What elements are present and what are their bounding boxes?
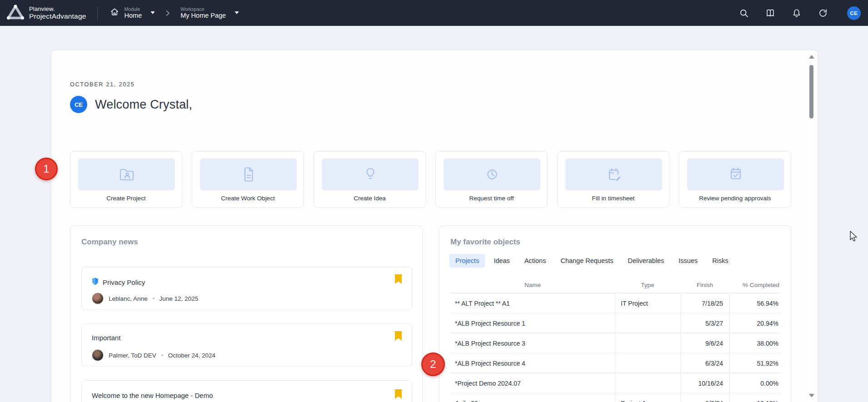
- cell-finish: 10/16/24: [680, 373, 729, 393]
- welcome-header: CE Welcome Crystal,: [70, 96, 192, 113]
- topbar-divider: [97, 7, 98, 20]
- news-item[interactable]: Privacy Policy Leblanc, Anne June 12, 20…: [81, 267, 412, 310]
- scrollbar-thumb[interactable]: [809, 65, 813, 119]
- news-item-title: Welcome to the new Homepage - Demo: [92, 392, 213, 399]
- cell-type: [615, 353, 680, 373]
- clock-icon: [444, 159, 540, 190]
- cell-type: [615, 373, 680, 393]
- column-header-finish[interactable]: Finish: [680, 282, 729, 288]
- cell-completed: 56.94%: [729, 293, 781, 313]
- fill-in-timesheet-card[interactable]: Fill in timesheet: [557, 151, 669, 208]
- quick-actions-row: Create Project Create Work Object Create…: [70, 151, 791, 208]
- news-item-title: Important: [92, 334, 120, 342]
- brand-logo[interactable]: Planview. ProjectAdvantage: [6, 4, 86, 22]
- favorites-table: Name Type Finish % Completed ** ALT Proj…: [450, 277, 781, 402]
- breadcrumb-workspace[interactable]: Workspace My Home Page: [180, 6, 239, 20]
- breadcrumb-separator-icon: [164, 10, 171, 17]
- news-item[interactable]: Welcome to the new Homepage - Demo: [81, 380, 412, 402]
- tab-risks[interactable]: Risks: [706, 254, 734, 268]
- cell-name[interactable]: ** ALT Project ** A1: [450, 300, 615, 307]
- cell-name[interactable]: Agile 02: [450, 400, 615, 402]
- scroll-up-icon[interactable]: [809, 55, 814, 59]
- lightbulb-icon: [322, 159, 419, 190]
- tab-ideas[interactable]: Ideas: [488, 254, 515, 268]
- home-icon: [110, 7, 120, 19]
- tab-projects[interactable]: Projects: [449, 254, 485, 268]
- chevron-down-icon[interactable]: [234, 11, 239, 14]
- cell-type: Project 1: [615, 393, 680, 402]
- bookmark-icon[interactable]: [395, 331, 402, 342]
- table-header-row: Name Type Finish % Completed: [450, 277, 781, 293]
- scroll-down-icon[interactable]: [809, 394, 814, 397]
- tab-issues[interactable]: Issues: [673, 254, 703, 268]
- cell-type: [615, 313, 680, 333]
- breadcrumb-module[interactable]: Module Home: [110, 6, 155, 20]
- cell-name[interactable]: *ALB Project Resource 1: [450, 320, 615, 327]
- chevron-down-icon[interactable]: [150, 11, 155, 14]
- favorites-title: My favorite objects: [450, 238, 520, 247]
- tab-deliverables[interactable]: Deliverables: [622, 254, 670, 268]
- column-header-type[interactable]: Type: [615, 282, 680, 288]
- news-item[interactable]: Important Palmer, ToD DEV October 24, 20…: [81, 323, 412, 367]
- module-label: Module: [125, 6, 142, 12]
- create-idea-card[interactable]: Create Idea: [314, 151, 426, 208]
- news-author[interactable]: Leblanc, Anne: [109, 295, 148, 302]
- brand-name: Planview. ProjectAdvantage: [29, 6, 86, 20]
- cell-name[interactable]: *ALB Project Resource 4: [450, 360, 615, 367]
- review-pending-approvals-card[interactable]: Review pending approvals: [679, 151, 791, 208]
- notifications-bell-icon[interactable]: [792, 8, 802, 18]
- create-project-card[interactable]: Create Project: [70, 151, 182, 208]
- page-title: Welcome Crystal,: [95, 98, 192, 112]
- meta-separator-dot: [153, 298, 155, 299]
- cell-finish: 7/18/25: [680, 293, 729, 313]
- bookmark-icon[interactable]: [395, 389, 402, 401]
- create-work-object-card[interactable]: Create Work Object: [192, 151, 304, 208]
- bookmark-icon[interactable]: [395, 274, 402, 286]
- cell-type: IT Project: [615, 293, 680, 313]
- tab-actions[interactable]: Actions: [519, 254, 552, 268]
- request-time-off-card[interactable]: Request time off: [435, 151, 548, 208]
- refresh-icon[interactable]: [818, 8, 828, 18]
- user-avatar[interactable]: CE: [70, 96, 87, 113]
- action-label: Request time off: [436, 195, 547, 202]
- cell-completed: 51.92%: [729, 353, 781, 373]
- shield-icon: [92, 277, 99, 287]
- document-icon: [200, 159, 297, 190]
- action-label: Create Project: [70, 195, 182, 202]
- calendar-check-icon: [687, 159, 784, 190]
- cell-finish: 6/3/24: [680, 353, 729, 373]
- cell-finish: 8/2/24: [680, 393, 729, 402]
- module-value: Home: [125, 12, 142, 20]
- author-avatar: [92, 293, 104, 304]
- cell-name[interactable]: *Project Demo 2024.07: [450, 380, 615, 387]
- action-label: Create Idea: [314, 195, 425, 202]
- table-row[interactable]: ** ALT Project ** A1 IT Project 7/18/25 …: [450, 293, 781, 313]
- news-date: October 24, 2024: [168, 352, 215, 359]
- cell-completed: 0.00%: [729, 373, 781, 393]
- cell-finish: 9/6/24: [680, 333, 729, 353]
- mouse-cursor-icon: [847, 230, 859, 245]
- cell-finish: 5/3/27: [680, 313, 729, 333]
- page-scrollbar[interactable]: [808, 53, 814, 402]
- table-row[interactable]: *ALB Project Resource 4 6/3/24 51.92%: [450, 353, 781, 373]
- action-label: Create Work Object: [192, 195, 304, 202]
- table-row[interactable]: *ALB Project Resource 1 5/3/27 20.94%: [450, 313, 781, 333]
- annotation-badge-2: 2: [421, 352, 445, 376]
- favorite-objects-panel: My favorite objects Projects Ideas Actio…: [439, 225, 791, 402]
- search-icon[interactable]: [739, 8, 749, 18]
- cell-type: [615, 333, 680, 353]
- cell-completed: 20.94%: [729, 313, 781, 333]
- news-author[interactable]: Palmer, ToD DEV: [109, 352, 156, 359]
- cell-completed: 38.00%: [729, 333, 781, 353]
- user-avatar[interactable]: CE: [847, 6, 861, 20]
- table-row[interactable]: *Project Demo 2024.07 10/16/24 0.00%: [450, 373, 781, 393]
- column-header-name[interactable]: Name: [450, 282, 615, 288]
- table-row[interactable]: Agile 02 Project 1 8/2/24 10.13%: [450, 393, 781, 402]
- cell-name[interactable]: *ALB Project Resource 3: [450, 340, 615, 347]
- documentation-book-icon[interactable]: [765, 8, 775, 18]
- author-avatar: [92, 349, 104, 361]
- tab-change-requests[interactable]: Change Requests: [554, 254, 619, 268]
- table-row[interactable]: *ALB Project Resource 3 9/6/24 38.00%: [450, 333, 781, 353]
- column-header-completed[interactable]: % Completed: [729, 282, 781, 288]
- current-date: OCTOBER 21, 2025: [70, 81, 135, 88]
